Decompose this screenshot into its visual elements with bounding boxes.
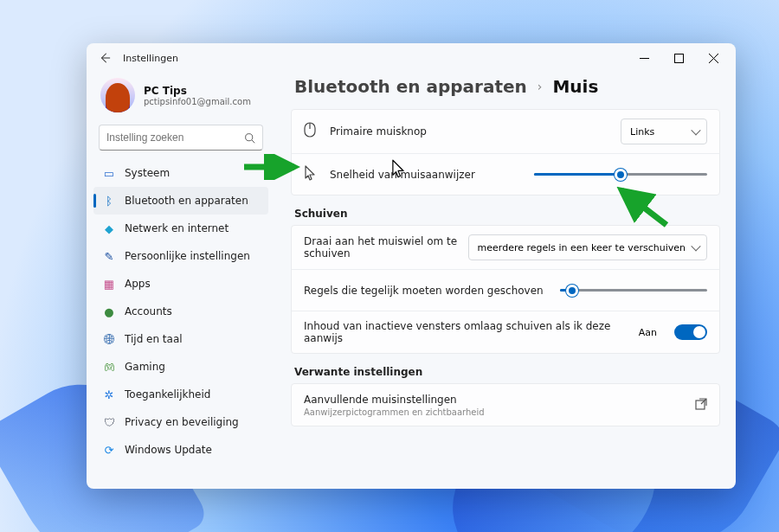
wifi-icon: ◆ bbox=[102, 221, 116, 235]
brush-icon: ✎ bbox=[102, 249, 116, 263]
apps-icon: ▦ bbox=[102, 277, 116, 291]
profile[interactable]: PC Tips pctipsinfo01@gmail.com bbox=[93, 73, 268, 125]
gamepad-icon: 🎮︎ bbox=[102, 360, 116, 374]
row-primary-button: Primaire muisknop Links bbox=[292, 110, 719, 153]
sidebar-nav: ▭Systeem ᛒBluetooth en apparaten ◆Netwer… bbox=[93, 159, 268, 464]
update-icon: ⟳ bbox=[102, 443, 116, 457]
back-button[interactable] bbox=[95, 48, 114, 67]
section-related: Verwante instellingen bbox=[294, 366, 720, 378]
sidebar-item-accessibility[interactable]: ✲Toegankelijkheid bbox=[93, 381, 268, 408]
primary-button-dropdown[interactable]: Links bbox=[621, 119, 707, 144]
display-icon: ▭ bbox=[102, 166, 116, 180]
sidebar-item-update[interactable]: ⟳Windows Update bbox=[93, 436, 268, 464]
sidebar-item-privacy[interactable]: 🛡︎Privacy en beveiliging bbox=[93, 408, 268, 436]
scroll-mode-dropdown[interactable]: meerdere regels in een keer te verschuiv… bbox=[468, 234, 707, 260]
mouse-icon bbox=[304, 122, 319, 141]
sidebar-item-gaming[interactable]: 🎮︎Gaming bbox=[93, 353, 268, 381]
maximize-button[interactable] bbox=[661, 46, 696, 70]
minimize-button[interactable] bbox=[627, 46, 661, 70]
breadcrumb: Bluetooth en apparaten › Muis bbox=[291, 76, 720, 97]
chevron-right-icon: › bbox=[538, 80, 543, 93]
user-email: pctipsinfo01@gmail.com bbox=[144, 97, 251, 106]
sidebar-item-time[interactable]: 🌐︎Tijd en taal bbox=[93, 325, 268, 353]
globe-icon: 🌐︎ bbox=[102, 332, 116, 346]
shield-icon: 🛡︎ bbox=[102, 415, 116, 429]
main-content: Bluetooth en apparaten › Muis Primaire m… bbox=[275, 73, 736, 489]
sidebar: PC Tips pctipsinfo01@gmail.com ▭Systeem … bbox=[87, 73, 275, 489]
row-inactive-scroll: Inhoud van inactieve vensters omlaag sch… bbox=[292, 311, 719, 353]
titlebar: Instellingen bbox=[87, 43, 736, 73]
row-scroll-mode: Draai aan het muiswiel om te schuiven me… bbox=[292, 226, 719, 269]
row-additional-settings[interactable]: Aanvullende muisinstellingen Aanwijzerpi… bbox=[292, 384, 719, 426]
settings-window: Instellingen PC Tips pctipsinfo01@gmail.… bbox=[87, 43, 736, 489]
search-input[interactable] bbox=[106, 131, 244, 144]
sidebar-item-personalization[interactable]: ✎Persoonlijke instellingen bbox=[93, 242, 268, 270]
svg-point-1 bbox=[246, 133, 253, 140]
accessibility-icon: ✲ bbox=[102, 388, 116, 401]
sidebar-item-apps[interactable]: ▦Apps bbox=[93, 270, 268, 298]
breadcrumb-parent[interactable]: Bluetooth en apparaten bbox=[294, 76, 527, 97]
close-button[interactable] bbox=[696, 46, 731, 70]
window-title: Instellingen bbox=[123, 53, 178, 64]
svg-rect-0 bbox=[674, 54, 683, 62]
cursor-icon bbox=[304, 165, 319, 184]
row-scroll-lines: Regels die tegelijk moeten worden gescho… bbox=[292, 269, 719, 311]
sidebar-item-accounts[interactable]: ●Accounts bbox=[93, 298, 268, 325]
avatar bbox=[100, 78, 135, 112]
row-pointer-speed: Snelheid van muisaanwijzer bbox=[292, 153, 719, 195]
user-name: PC Tips bbox=[144, 85, 251, 97]
page-title: Muis bbox=[552, 76, 598, 97]
search-icon bbox=[244, 132, 255, 144]
inactive-scroll-toggle[interactable] bbox=[674, 324, 707, 340]
pointer-speed-slider[interactable] bbox=[534, 168, 707, 182]
person-icon: ● bbox=[102, 304, 116, 318]
scroll-lines-slider[interactable] bbox=[560, 284, 707, 298]
open-external-icon bbox=[695, 397, 707, 413]
cursor-annotation bbox=[391, 159, 405, 182]
sidebar-item-bluetooth[interactable]: ᛒBluetooth en apparaten bbox=[93, 187, 268, 215]
search-box[interactable] bbox=[99, 125, 263, 151]
section-scrolling: Schuiven bbox=[294, 208, 720, 220]
sidebar-item-network[interactable]: ◆Netwerk en internet bbox=[93, 215, 268, 242]
bluetooth-icon: ᛒ bbox=[102, 194, 116, 208]
sidebar-item-system[interactable]: ▭Systeem bbox=[93, 159, 268, 187]
